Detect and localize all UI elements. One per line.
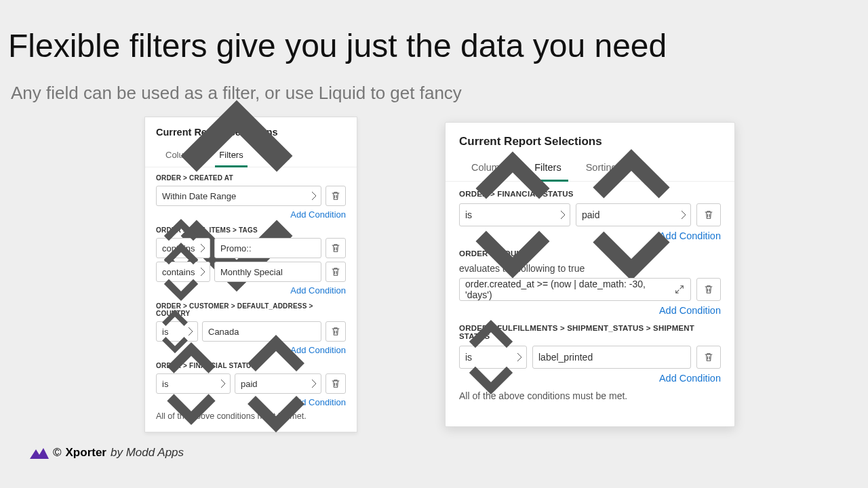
group-label-tags: ORDER > LINE_ITEMS > TAGS — [156, 226, 346, 234]
trash-icon — [330, 266, 341, 277]
filter-row: is label_printed — [459, 346, 721, 369]
add-condition-link[interactable]: Add Condition — [156, 397, 346, 407]
group-label-financial: ORDER > FINANCIAL STATUS — [156, 362, 346, 369]
trash-icon — [330, 378, 341, 389]
filter-row: is paid — [459, 203, 721, 226]
value-input[interactable]: Monthly Special — [214, 262, 321, 282]
add-condition-link[interactable]: Add Condition — [156, 209, 346, 220]
conditions-note: All of the above conditions must be met. — [156, 411, 346, 421]
tab-filters[interactable]: Filters — [210, 146, 252, 167]
expand-icon[interactable] — [674, 284, 685, 295]
delete-button[interactable] — [326, 321, 346, 342]
liquid-expression-input[interactable]: order.created_at >= (now | date_math: -3… — [459, 278, 691, 301]
delete-button[interactable] — [326, 186, 346, 206]
add-condition-link[interactable]: Add Condition — [156, 345, 346, 355]
tabs: Columns Filters Sorting — [446, 158, 734, 182]
input-value: order.created_at >= (now | date_math: -3… — [465, 279, 667, 300]
input-value: Promo:: — [220, 243, 252, 253]
tab-columns[interactable]: Columns — [459, 158, 522, 181]
group-label-country: ORDER > CUSTOMER > DEFAULT_ADDRESS > COU… — [156, 302, 346, 317]
brand-name: Xporter — [66, 446, 106, 460]
input-value: Canada — [208, 327, 239, 337]
page-subhead: Any field can be used as a filter, or us… — [11, 83, 462, 104]
tab-filters[interactable]: Filters — [522, 158, 573, 181]
group-label-created-at: ORDER > CREATED AT — [156, 174, 346, 182]
operator-select[interactable]: contains — [156, 238, 210, 258]
operator-select[interactable]: contains — [156, 262, 210, 282]
input-value: label_printed — [538, 352, 593, 363]
select-value: paid — [582, 209, 599, 220]
delete-button[interactable] — [696, 278, 721, 301]
delete-button[interactable] — [326, 262, 346, 282]
operator-select[interactable]: is — [459, 346, 527, 369]
select-value: is — [162, 379, 168, 389]
filter-row: contains Monthly Special — [156, 262, 346, 282]
filter-row: order.created_at >= (now | date_math: -3… — [459, 278, 721, 301]
trash-icon — [703, 209, 714, 220]
copyright-symbol: © — [53, 446, 62, 460]
filters-card-left: Current Report Selections Columns Filter… — [144, 117, 357, 432]
add-condition-link[interactable]: Add Condition — [459, 305, 721, 316]
xporter-logo-icon — [30, 447, 49, 459]
input-value: Monthly Special — [220, 267, 283, 277]
delete-button[interactable] — [326, 373, 346, 394]
value-input[interactable]: Canada — [202, 321, 321, 342]
value-input[interactable]: Promo:: — [214, 238, 321, 258]
delete-button[interactable] — [696, 203, 721, 226]
add-condition-link[interactable]: Add Condition — [459, 373, 721, 384]
select-value: contains — [162, 267, 195, 277]
delete-button[interactable] — [326, 238, 346, 258]
select-value: Within Date Range — [162, 191, 236, 201]
select-value: is — [465, 209, 472, 220]
page-headline: Flexible filters give you just the data … — [8, 27, 667, 64]
group-label-liquid: ORDER > LIQUID — [459, 249, 721, 258]
group-label-shipment: ORDER > FULFILLMENTS > SHIPMENT_STATUS >… — [459, 324, 721, 340]
trash-icon — [330, 326, 341, 337]
trash-icon — [703, 284, 714, 295]
conditions-note: All of the above conditions must be met. — [459, 390, 721, 401]
tabs: Columns Filters Sorting — [145, 146, 357, 167]
value-select[interactable]: paid — [235, 373, 321, 394]
byline: by Modd Apps — [111, 446, 184, 460]
operator-select[interactable]: is — [156, 373, 231, 394]
trash-icon — [330, 243, 341, 253]
card-title: Current Report Selections — [459, 135, 721, 148]
liquid-helper: evaluates the following to true — [459, 263, 721, 274]
select-value: contains — [162, 243, 195, 253]
filters-card-right: Current Report Selections Columns Filter… — [445, 122, 735, 427]
trash-icon — [330, 190, 341, 201]
add-condition-link[interactable]: Add Condition — [156, 285, 346, 296]
operator-select[interactable]: is — [459, 203, 570, 226]
card-title: Current Report Selections — [156, 127, 346, 138]
operator-select[interactable]: is — [156, 321, 198, 342]
tab-columns[interactable]: Columns — [156, 146, 210, 167]
tab-sorting[interactable]: Sorting — [574, 158, 629, 181]
select-value: is — [162, 327, 168, 337]
trash-icon — [703, 352, 714, 363]
value-select[interactable]: paid — [576, 203, 691, 226]
select-value: paid — [241, 379, 258, 389]
filter-row: Within Date Range — [156, 186, 346, 206]
tab-sorting[interactable]: Sorting — [253, 146, 300, 167]
filter-row: is paid — [156, 373, 346, 394]
add-condition-link[interactable]: Add Condition — [459, 230, 721, 241]
select-value: is — [465, 352, 472, 363]
date-range-select[interactable]: Within Date Range — [156, 186, 321, 206]
page-footer: © Xporter by Modd Apps — [30, 446, 184, 460]
group-label-financial: ORDER > FINANCIAL STATUS — [459, 190, 721, 198]
delete-button[interactable] — [696, 346, 721, 369]
filter-row: contains Promo:: — [156, 238, 346, 258]
value-input[interactable]: label_printed — [532, 346, 691, 369]
filter-row: is Canada — [156, 321, 346, 342]
